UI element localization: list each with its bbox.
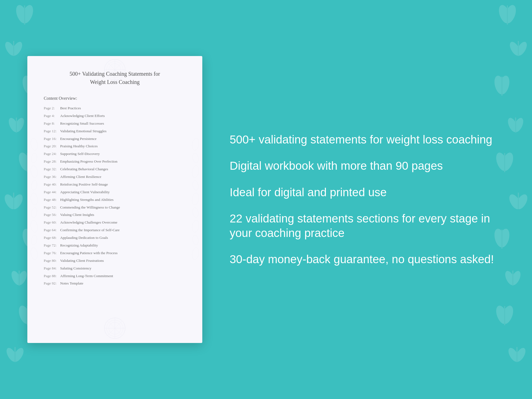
toc-page-num: Page 36: [44,174,60,180]
svg-point-91 [191,247,200,260]
svg-point-81 [31,235,38,245]
toc-title: Validating Emotional Struggles [60,129,106,133]
toc-page-num: Page 76: [44,251,60,256]
toc-page-num: Page 2: [44,106,60,111]
toc-item: Page 60:Acknowledging Challenges Overcom… [44,220,186,225]
toc-title: Recognizing Adaptability [60,243,98,247]
toc-page-num: Page 84: [44,266,60,271]
toc-page-num: Page 80: [44,258,60,263]
toc-page-num: Page 60: [44,220,60,225]
document-title: 500+ Validating Coaching Statements for … [44,70,186,86]
info-item-1: 500+ validating statements for weight lo… [230,133,499,147]
toc-title: Applauding Dedication to Goals [60,236,108,240]
toc-title: Appreciating Client Vulnerability [60,190,110,194]
svg-point-68 [107,320,123,336]
toc-page-num: Page 32: [44,167,60,172]
svg-point-75 [31,153,38,163]
toc-page-num: Page 48: [44,197,60,203]
toc-item: Page 56:Valuing Client Insights [44,212,186,218]
toc-page-num: Page 72: [44,243,60,248]
svg-point-86 [192,180,199,191]
toc-title: Emphasizing Progress Over Perfection [60,159,118,163]
svg-point-89 [191,220,200,233]
toc-item: Page 52:Commending the Willingness to Ch… [44,205,186,210]
toc-title: Highlighting Strengths and Abilities [60,198,113,202]
toc-item: Page 8:Recognizing Small Successes [44,121,186,126]
main-container: 500+ Validating Coaching Statements for … [0,0,532,399]
toc-item: Page 36:Affirming Client Resilience [44,174,186,180]
svg-point-82 [30,247,38,260]
toc-item: Page 40:Reinforcing Positive Self-Image [44,182,186,187]
table-of-contents: Page 2:Best PracticesPage 4:Acknowledgin… [44,106,186,286]
svg-point-67 [104,318,125,339]
svg-point-84 [192,153,199,163]
toc-page-num: Page 16: [44,136,60,142]
toc-item: Page 24:Supporting Self-Discovery [44,151,186,157]
toc-title: Recognizing Small Successes [60,121,104,125]
svg-point-80 [30,220,38,233]
info-item-3: Ideal for digital and printed use [230,185,499,200]
toc-page-num: Page 56: [44,212,60,218]
toc-item: Page 64:Confirming the Importance of Sel… [44,228,186,233]
toc-title: Validating Client Frustrations [60,259,104,263]
toc-title: Supporting Self-Discovery [60,152,100,156]
toc-page-num: Page 12: [44,129,60,134]
svg-point-78 [30,192,38,205]
toc-page-num: Page 28: [44,159,60,164]
toc-page-num: Page 92: [44,281,60,286]
toc-title: Praising Healthy Choices [60,144,98,148]
watermark-right [190,131,201,268]
toc-item: Page 16:Encouraging Persistence [44,136,186,142]
svg-point-90 [192,235,199,245]
info-item-2: Digital workbook with more than 90 pages [230,159,499,173]
toc-title: Commending the Willingness to Change [60,205,120,209]
toc-title: Encouraging Patience with the Process [60,251,118,255]
svg-point-74 [30,138,38,151]
toc-title: Valuing Client Insights [60,213,94,217]
toc-item: Page 28:Emphasizing Progress Over Perfec… [44,159,186,164]
toc-page-num: Page 24: [44,151,60,157]
document-preview: 500+ Validating Coaching Statements for … [27,56,202,343]
toc-title: Acknowledging Challenges Overcome [60,220,117,224]
toc-title: Notes Template [60,281,83,285]
toc-title: Acknowledging Client Efforts [60,114,105,118]
toc-title: Best Practices [60,106,81,110]
svg-point-79 [31,207,38,218]
info-item-5: 30-day money-back guarantee, no question… [230,252,499,267]
toc-page-num: Page 68: [44,235,60,240]
toc-title: Saluting Consistency [60,266,91,270]
info-panel: 500+ validating statements for weight lo… [224,133,499,267]
toc-page-num: Page 88: [44,274,60,279]
toc-item: Page 32:Celebrating Behavioral Changes [44,167,186,172]
toc-item: Page 20:Praising Healthy Choices [44,144,186,149]
toc-item: Page 84:Saluting Consistency [44,266,186,271]
toc-item: Page 2:Best Practices [44,106,186,111]
toc-item: Page 44:Appreciating Client Vulnerabilit… [44,190,186,195]
toc-item: Page 72:Recognizing Adaptability [44,243,186,248]
toc-page-num: Page 8: [44,121,60,126]
toc-page-num: Page 44: [44,190,60,195]
svg-line-73 [107,321,122,336]
svg-point-77 [31,180,38,191]
toc-title: Affirming Client Resilience [60,175,101,179]
toc-title: Celebrating Behavioral Changes [60,167,108,171]
toc-item: Page 12:Validating Emotional Struggles [44,129,186,134]
svg-point-87 [191,192,200,205]
toc-page-num: Page 20: [44,144,60,149]
watermark-left [29,131,40,268]
svg-line-72 [107,321,122,336]
toc-page-num: Page 52: [44,205,60,210]
toc-item: Page 4:Acknowledging Client Efforts [44,113,186,119]
toc-title: Confirming the Importance of Self-Care [60,228,119,232]
svg-point-88 [192,207,199,218]
svg-point-85 [191,165,200,178]
svg-point-69 [109,322,121,334]
info-item-4: 22 validating statements sections for ev… [230,212,499,240]
toc-item: Page 88:Affirming Long-Term Commitment [44,274,186,279]
svg-point-76 [30,165,38,178]
toc-title: Affirming Long-Term Commitment [60,274,113,278]
toc-item: Page 92:Notes Template [44,281,186,286]
toc-page-num: Page 4: [44,113,60,119]
toc-item: Page 80:Validating Client Frustrations [44,258,186,263]
toc-title: Encouraging Persistence [60,137,97,141]
